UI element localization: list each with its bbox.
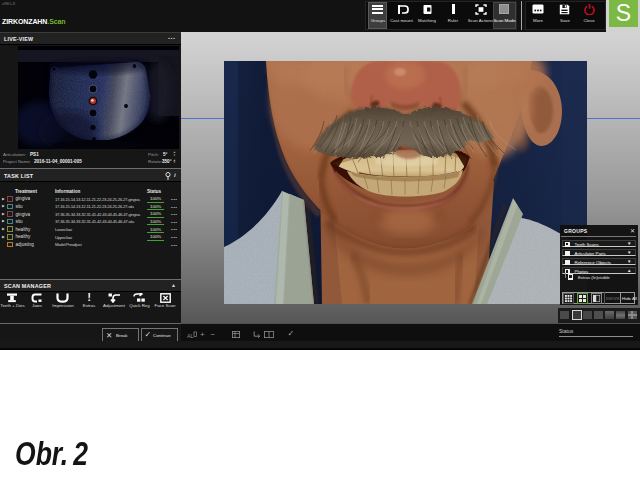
svg-text:AL: AL: [187, 332, 194, 338]
